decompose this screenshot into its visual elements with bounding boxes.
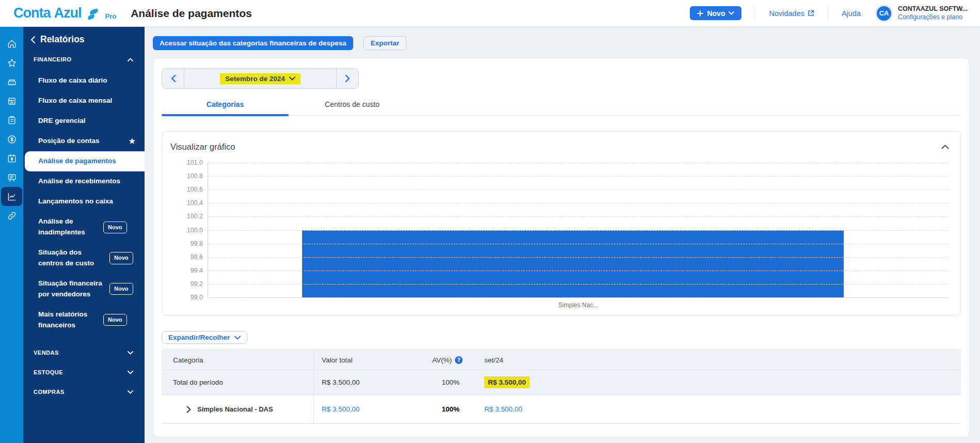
total-set24: R$ 3.500,00 [464, 378, 961, 386]
cash-register-icon[interactable] [1, 72, 22, 91]
chevron-down-icon [128, 350, 133, 356]
novo-badge: Novo [103, 314, 127, 326]
tab-centros-de-custo[interactable]: Centros de custo [289, 100, 416, 115]
page-title: Análise de pagamentos [131, 7, 252, 20]
chart-bar-simples-nacional[interactable] [302, 230, 844, 298]
section-financeiro[interactable]: FINANCEIRO [23, 56, 145, 62]
categories-table: Categoria Valor total AV(%) ? set/24 Tot… [162, 350, 961, 424]
avatar[interactable]: CA [875, 5, 893, 22]
star-icon[interactable] [1, 53, 22, 72]
sidebar-item-posicao-contas[interactable]: Posição de contas ★ [23, 131, 145, 152]
period-label: Setembro de 2024 [225, 75, 285, 83]
calendar-dollar-icon[interactable] [1, 149, 22, 168]
tab-categorias[interactable]: Categorias [162, 100, 289, 115]
sidebar-item-analise-recebimentos[interactable]: Análise de recebimentos [23, 171, 145, 192]
period-dropdown[interactable]: Setembro de 2024 [184, 69, 337, 88]
y-axis-tick-label: 101.0 [187, 159, 203, 166]
expand-collapse-button[interactable]: Expandir/Recolher [162, 331, 247, 344]
y-axis-tick-label: 99.6 [191, 254, 203, 261]
table-row-total: Total do período R$ 3.500,00 100% R$ 3.5… [162, 370, 961, 395]
toolbar: Acessar situação das categorias financei… [153, 36, 970, 50]
plus-icon [697, 10, 703, 17]
item-set24[interactable]: R$ 3.500,00 [464, 405, 961, 413]
favorite-star-icon[interactable]: ★ [129, 136, 135, 147]
report-card: Setembro de 2024 Categorias Centros de c… [153, 58, 970, 437]
dollar-circle-icon[interactable] [1, 130, 22, 149]
bar-chart: 101.0100.8100.6100.4100.2100.099.899.699… [208, 163, 949, 310]
external-link-icon [808, 10, 814, 17]
gridline [208, 230, 949, 231]
column-categoria: Categoria [162, 350, 314, 370]
sidebar-item-lancamentos-caixa[interactable]: Lançamentos no caixa [23, 192, 145, 212]
store-icon[interactable] [1, 91, 22, 110]
next-period-button[interactable] [337, 69, 358, 88]
sidebar-item-situacao-vendedores[interactable]: Situação financeira por vendedores Novo [23, 274, 145, 305]
y-axis-tick-label: 99.8 [191, 240, 203, 247]
gridline [208, 284, 949, 284]
export-button[interactable]: Exportar [363, 36, 407, 50]
chart-x-category-label: Simples Nac... [208, 298, 949, 310]
chart-plot: 101.0100.8100.6100.4100.2100.099.899.699… [208, 163, 949, 298]
avatar-initials: CA [879, 9, 889, 17]
novo-badge: Novo [109, 252, 133, 264]
column-set24: set/24 [464, 356, 961, 364]
novidades-link[interactable]: Novidades [769, 9, 814, 18]
board-icon[interactable] [1, 168, 22, 187]
account-settings-link[interactable]: Configurações e plano [898, 13, 968, 22]
header-divider [828, 7, 828, 20]
expand-row-icon[interactable] [186, 406, 191, 413]
logo-pro-label: Pro [105, 12, 117, 20]
total-label: Total do período [162, 370, 314, 394]
chart-line-icon[interactable] [1, 187, 22, 206]
tab-bar: Categorias Centros de custo [162, 100, 961, 116]
y-axis-tick-label: 99.4 [191, 267, 203, 274]
account-company-name: CONTAAZUL SOFTW... [898, 5, 968, 13]
clipboard-icon[interactable] [1, 110, 22, 130]
contaazul-logo[interactable]: ContaAzul Pro [13, 6, 116, 20]
sidebar-item-fluxo-diario[interactable]: Fluxo de caixa diário [23, 71, 145, 91]
chevron-down-icon [128, 389, 133, 395]
novidades-label: Novidades [769, 9, 804, 18]
main-content: Acessar situação das categorias financei… [145, 27, 980, 443]
section-compras[interactable]: COMPRAS [23, 382, 145, 402]
y-axis-tick-label: 99.0 [191, 294, 203, 301]
section-vendas[interactable]: VENDAS [23, 343, 145, 362]
chevron-down-icon [729, 11, 734, 15]
section-estoque[interactable]: ESTOQUE [23, 362, 145, 382]
previous-period-button[interactable] [162, 69, 184, 88]
link-icon[interactable] [1, 206, 22, 225]
column-av: AV(%) ? [412, 356, 464, 364]
gridline [208, 297, 949, 298]
ajuda-link[interactable]: Ajuda [842, 9, 861, 18]
home-icon[interactable] [1, 34, 22, 53]
chevron-left-icon [170, 74, 176, 83]
logo-text: ContaAzul [13, 6, 82, 20]
chevron-up-icon [941, 145, 949, 149]
help-icon[interactable]: ? [455, 356, 463, 364]
gridline [208, 257, 949, 258]
y-axis-tick-label: 100.6 [187, 186, 203, 193]
chevron-up-icon [128, 56, 133, 62]
app: ContaAzul Pro Análise de pagamentos Novo… [0, 0, 980, 443]
sidebar-item-inadimplentes[interactable]: Análise de inadimplentes Novo [23, 212, 145, 243]
table-header-row: Categoria Valor total AV(%) ? set/24 [162, 350, 961, 370]
access-categories-button[interactable]: Acessar situação das categorias financei… [153, 36, 353, 50]
sidebar-item-situacao-centros[interactable]: Situação dos centros de custo Novo [23, 243, 145, 274]
sidebar-item-analise-pagamentos[interactable]: Análise de pagamentos [25, 151, 145, 171]
item-valor[interactable]: R$ 3.500,00 [314, 405, 412, 413]
top-header: ContaAzul Pro Análise de pagamentos Novo… [0, 0, 980, 27]
table-row-simples-nacional[interactable]: Simples Nacional - DAS R$ 3.500,00 100% … [162, 395, 961, 424]
sidebar-item-mais-relatorios[interactable]: Mais relatórios financeiros Novo [23, 305, 145, 336]
sidebar-item-dre[interactable]: DRE gerencial [23, 111, 145, 131]
submenu-back[interactable]: Relatórios [23, 34, 145, 45]
gridline [208, 216, 949, 217]
leaf-icon [87, 9, 100, 20]
novo-badge: Novo [103, 222, 127, 233]
novo-button[interactable]: Novo [690, 6, 741, 20]
collapse-chart-button[interactable] [939, 140, 951, 153]
gridline [208, 203, 949, 203]
chart-card: Visualizar gráfico 101.0100.8100.6100.41… [162, 131, 961, 315]
account-info: CONTAAZUL SOFTW... Configurações e plano [898, 5, 968, 21]
chevron-down-icon [234, 336, 241, 340]
sidebar-item-fluxo-mensal[interactable]: Fluxo de caixa mensal [23, 91, 145, 111]
